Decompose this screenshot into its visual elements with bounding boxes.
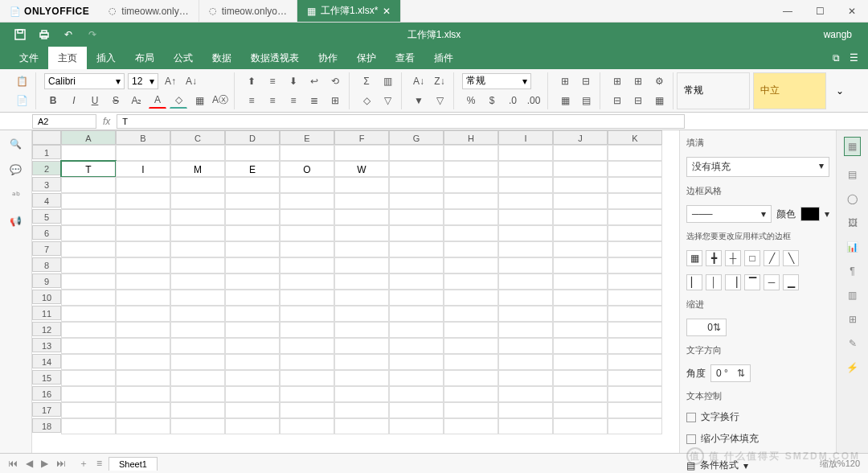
cell-E5[interactable] (280, 209, 334, 225)
cell-C7[interactable] (170, 241, 225, 257)
align-left-icon[interactable]: ≡ (243, 93, 260, 109)
collapse-ribbon-icon[interactable]: ☰ (850, 52, 858, 64)
cell-A12[interactable] (61, 322, 116, 338)
align-middle-icon[interactable]: ≡ (264, 73, 281, 89)
cell-J4[interactable] (553, 193, 608, 209)
cell-I18[interactable] (498, 418, 553, 434)
cell-I12[interactable] (498, 322, 553, 338)
text-settings-tab-icon[interactable]: ¶ (850, 265, 854, 277)
cell-E11[interactable] (280, 306, 334, 322)
sum-icon[interactable]: Σ (358, 73, 375, 89)
cell-G6[interactable] (389, 225, 444, 241)
cell-K15[interactable] (608, 370, 662, 386)
minimize-button[interactable]: — (772, 0, 804, 23)
signature-tab-icon[interactable]: ✎ (849, 338, 857, 349)
row-header-18[interactable]: 18 (32, 418, 61, 433)
open-location-icon[interactable]: ⧉ (833, 52, 840, 64)
filter-icon[interactable]: ▼ (410, 93, 428, 109)
maximize-button[interactable]: ☐ (804, 0, 836, 23)
cell-I10[interactable] (498, 290, 553, 306)
cell-B3[interactable] (116, 177, 170, 193)
accounting-icon[interactable]: $ (483, 93, 501, 109)
cell-A11[interactable] (61, 306, 116, 322)
cell-K4[interactable] (608, 193, 662, 209)
orientation-icon[interactable]: ⟲ (326, 73, 344, 89)
cell-F10[interactable] (334, 290, 389, 306)
cell-G17[interactable] (389, 402, 444, 418)
cell-D6[interactable] (225, 225, 280, 241)
cell-settings-icon[interactable]: ⚙ (650, 73, 668, 89)
cell-G4[interactable] (389, 193, 444, 209)
chart-settings-tab-icon[interactable]: 📊 (846, 241, 858, 253)
merge-cells-icon[interactable]: ⊞ (326, 93, 344, 109)
cell-I4[interactable] (498, 193, 553, 209)
cell-K17[interactable] (608, 402, 662, 418)
cell-K1[interactable] (608, 145, 662, 161)
cell-B16[interactable] (116, 386, 170, 402)
row-header-5[interactable]: 5 (32, 209, 61, 224)
col-header-F[interactable]: F (334, 130, 389, 145)
filter-clear-icon[interactable]: ▽ (431, 93, 448, 109)
row-header-12[interactable]: 12 (32, 322, 61, 336)
menu-pivot[interactable]: 数据透视表 (241, 47, 309, 69)
cell-J5[interactable] (553, 209, 608, 225)
cell-B14[interactable] (116, 354, 170, 370)
menu-collab[interactable]: 协作 (309, 47, 347, 69)
cell-D4[interactable] (225, 193, 280, 209)
menu-file[interactable]: 文件 (10, 47, 48, 69)
cell-E9[interactable] (280, 274, 334, 290)
cell-I3[interactable] (498, 177, 553, 193)
cell-C6[interactable] (170, 225, 225, 241)
cell-H5[interactable] (444, 209, 498, 225)
border-cross-icon[interactable]: ┼ (725, 250, 741, 266)
cell-A8[interactable] (61, 257, 116, 274)
cell-G5[interactable] (389, 209, 444, 225)
user-name[interactable]: wangb (824, 29, 860, 40)
cell-J13[interactable] (553, 338, 608, 354)
cell-D5[interactable] (225, 209, 280, 225)
cell-J12[interactable] (553, 322, 608, 338)
cell-G3[interactable] (389, 177, 444, 193)
cell-I9[interactable] (498, 274, 553, 290)
indent-input[interactable]: 0⇅ (686, 319, 727, 336)
cell-K11[interactable] (608, 306, 662, 322)
border-outer-icon[interactable]: □ (744, 250, 760, 266)
format-cells-icon[interactable]: ▦ (650, 93, 668, 109)
name-box[interactable] (32, 114, 96, 129)
menu-plugins[interactable]: 插件 (424, 47, 463, 69)
cell-A18[interactable] (61, 418, 116, 434)
border-all-icon[interactable]: ▦ (686, 250, 702, 266)
cell-F1[interactable] (334, 145, 389, 161)
cell-E6[interactable] (280, 225, 334, 241)
cell-D18[interactable] (225, 418, 280, 434)
cell-J18[interactable] (553, 418, 608, 434)
row-header-16[interactable]: 16 (32, 386, 61, 401)
border-bottom-icon[interactable]: ▁ (783, 274, 799, 290)
cell-K16[interactable] (608, 386, 662, 402)
browser-tab-1[interactable]: ◌ timeow.onlyo… (199, 0, 297, 22)
cell-D14[interactable] (225, 354, 280, 370)
shrink-fit-checkbox[interactable] (686, 434, 696, 444)
undo-button[interactable]: ↶ (56, 23, 80, 47)
menu-view[interactable]: 查看 (386, 47, 424, 69)
copy-button[interactable]: 📋 (13, 73, 31, 89)
cell-B12[interactable] (116, 322, 170, 338)
cell-style-neutral[interactable]: 中立 (753, 72, 826, 109)
cell-C15[interactable] (170, 370, 225, 386)
search-icon[interactable]: 🔍 (10, 138, 22, 150)
cell-C11[interactable] (170, 306, 225, 322)
wrap-text-checkbox[interactable] (686, 413, 696, 422)
delete-row-icon[interactable]: ⊟ (608, 93, 626, 109)
cell-I17[interactable] (498, 402, 553, 418)
cell-A5[interactable] (61, 209, 116, 225)
clear-icon[interactable]: ◇ (358, 93, 375, 109)
row-header-14[interactable]: 14 (32, 354, 61, 368)
cell-I5[interactable] (498, 209, 553, 225)
sheet-last-icon[interactable]: ⏭ (56, 458, 66, 469)
angle-input[interactable]: 0 °⇅ (710, 364, 751, 382)
cell-K10[interactable] (608, 290, 662, 306)
add-sheet-icon[interactable]: ＋ (79, 457, 88, 471)
cell-B1[interactable] (116, 145, 170, 161)
cell-J1[interactable] (553, 145, 608, 161)
browser-tab-2[interactable]: ▦ 工作簿1.xlsx* ✕ (297, 0, 401, 22)
